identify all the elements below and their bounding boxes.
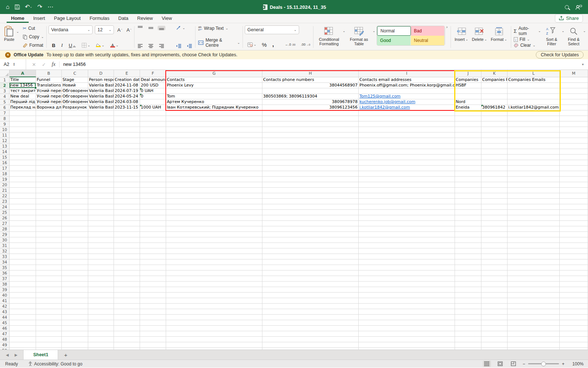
- cell-E30[interactable]: [114, 237, 140, 243]
- cell-H43[interactable]: [262, 309, 359, 315]
- cell-F37[interactable]: [140, 276, 166, 282]
- row-header-50[interactable]: 50: [0, 348, 10, 350]
- cell-E45[interactable]: [114, 320, 140, 326]
- cell-J36[interactable]: [455, 270, 481, 276]
- cell-M7[interactable]: [560, 110, 588, 116]
- cell-J42[interactable]: [455, 304, 481, 309]
- cell-E48[interactable]: [114, 337, 140, 342]
- cell-B5[interactable]: Усний переклад: [36, 99, 62, 105]
- cell-C20[interactable]: [62, 182, 88, 188]
- cell-H42[interactable]: [262, 304, 359, 309]
- cell-L48[interactable]: [508, 337, 560, 342]
- cell-F49[interactable]: [140, 342, 166, 348]
- cell-J13[interactable]: [455, 144, 481, 149]
- cell-B29[interactable]: [36, 232, 62, 237]
- cell-M44[interactable]: [560, 315, 588, 320]
- cell-G45[interactable]: [166, 320, 262, 326]
- cell-G30[interactable]: [166, 237, 262, 243]
- cell-K9[interactable]: [481, 121, 508, 127]
- cell-F22[interactable]: [140, 193, 166, 199]
- cell-K40[interactable]: [481, 293, 508, 298]
- cell-C35[interactable]: [62, 265, 88, 270]
- cell-K20[interactable]: [481, 182, 508, 188]
- number-format-select[interactable]: General⌄: [245, 25, 299, 34]
- cell-G16[interactable]: [166, 160, 262, 166]
- cell-B46[interactable]: [36, 326, 62, 331]
- cell-B15[interactable]: [36, 155, 62, 160]
- page-break-view-icon[interactable]: [509, 361, 517, 367]
- cell-L1[interactable]: Companies Emails: [508, 77, 560, 83]
- column-header-H[interactable]: H: [262, 70, 359, 77]
- cell-L20[interactable]: [508, 182, 560, 188]
- cell-A18[interactable]: [10, 171, 36, 177]
- cell-M9[interactable]: [560, 121, 588, 127]
- cell-M45[interactable]: [560, 320, 588, 326]
- cell-A1[interactable]: Title: [10, 77, 36, 83]
- cell-I37[interactable]: [359, 276, 455, 282]
- cell-L2[interactable]: [508, 83, 560, 88]
- cell-G47[interactable]: [166, 331, 262, 337]
- cell-G46[interactable]: [166, 326, 262, 331]
- row-header-31[interactable]: 31: [0, 243, 10, 248]
- clear-button[interactable]: Clear⌄: [513, 42, 542, 48]
- cell-H11[interactable]: [262, 132, 359, 138]
- cell-I28[interactable]: [359, 226, 455, 232]
- cell-M11[interactable]: [560, 132, 588, 138]
- cell-H49[interactable]: [262, 342, 359, 348]
- cell-A30[interactable]: [10, 237, 36, 243]
- cell-J23[interactable]: [455, 199, 481, 204]
- cell-E17[interactable]: [114, 166, 140, 171]
- cell-J44[interactable]: [455, 315, 481, 320]
- font-size-select[interactable]: 12⌄: [95, 25, 114, 34]
- cell-J1[interactable]: Companies: [455, 77, 481, 83]
- cell-G40[interactable]: [166, 293, 262, 298]
- cell-D29[interactable]: [88, 232, 114, 237]
- cell-F27[interactable]: [140, 221, 166, 226]
- cell-C10[interactable]: [62, 127, 88, 132]
- cell-I44[interactable]: [359, 315, 455, 320]
- cell-K10[interactable]: [481, 127, 508, 132]
- cell-G17[interactable]: [166, 166, 262, 171]
- cell-I35[interactable]: [359, 265, 455, 270]
- cell-F35[interactable]: [140, 265, 166, 270]
- cell-I19[interactable]: [359, 177, 455, 182]
- cell-B41[interactable]: [36, 298, 62, 304]
- cell-I40[interactable]: [359, 293, 455, 298]
- cell-A25[interactable]: [10, 210, 36, 215]
- cell-J18[interactable]: [455, 171, 481, 177]
- cell-G42[interactable]: [166, 304, 262, 309]
- cell-J50[interactable]: [455, 348, 481, 350]
- cell-D4[interactable]: Valeriia Bash: [88, 94, 114, 99]
- cell-B45[interactable]: [36, 320, 62, 326]
- cell-K31[interactable]: [481, 243, 508, 248]
- row-header-41[interactable]: 41: [0, 298, 10, 304]
- cell-I50[interactable]: [359, 348, 455, 350]
- row-header-32[interactable]: 32: [0, 248, 10, 254]
- cell-I39[interactable]: [359, 287, 455, 293]
- cell-M43[interactable]: [560, 309, 588, 315]
- cell-F15[interactable]: [140, 155, 166, 160]
- cell-M33[interactable]: [560, 254, 588, 259]
- cell-E7[interactable]: [114, 110, 140, 116]
- cell-B33[interactable]: [36, 254, 62, 259]
- cell-H32[interactable]: [262, 248, 359, 254]
- cell-F42[interactable]: [140, 304, 166, 309]
- cell-I21[interactable]: [359, 188, 455, 193]
- row-header-27[interactable]: 27: [0, 221, 10, 226]
- column-header-M[interactable]: M: [560, 70, 588, 77]
- styles-gallery-more-icon[interactable]: ›: [445, 25, 449, 29]
- cell-B38[interactable]: [36, 282, 62, 287]
- cell-A27[interactable]: [10, 221, 36, 226]
- cell-F45[interactable]: [140, 320, 166, 326]
- cell-B37[interactable]: [36, 276, 62, 282]
- cell-G23[interactable]: [166, 199, 262, 204]
- cell-D16[interactable]: [88, 160, 114, 166]
- percent-style-button[interactable]: %: [261, 42, 268, 48]
- cell-J47[interactable]: [455, 331, 481, 337]
- row-header-49[interactable]: 49: [0, 342, 10, 348]
- row-header-1[interactable]: 1: [0, 77, 10, 83]
- cell-K11[interactable]: [481, 132, 508, 138]
- cell-H37[interactable]: [262, 276, 359, 282]
- cell-I15[interactable]: [359, 155, 455, 160]
- cell-K19[interactable]: [481, 177, 508, 182]
